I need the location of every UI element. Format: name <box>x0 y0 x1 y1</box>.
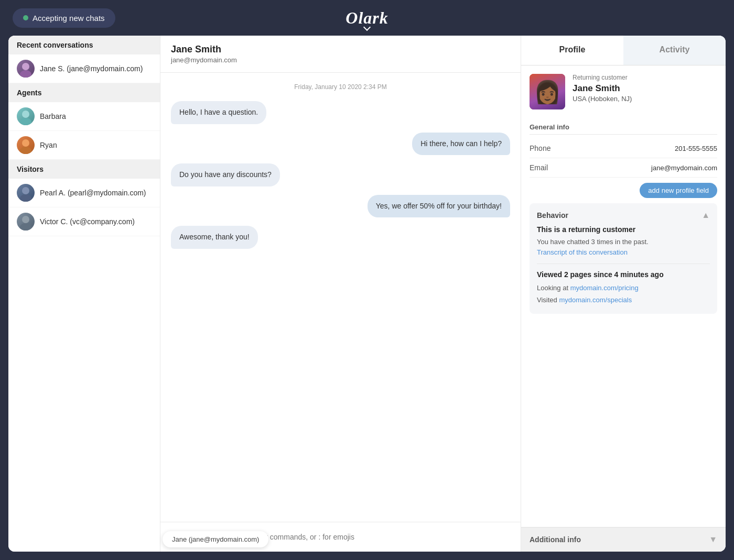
top-bar: Accepting new chats Olark <box>0 0 734 36</box>
svg-point-3 <box>20 118 31 125</box>
phone-value: 201-555-5555 <box>675 145 717 152</box>
looking-at-link[interactable]: mydomain.com/pricing <box>570 284 639 292</box>
visitors-header: Visitors <box>8 160 160 179</box>
profile-content: Returning customer Jane Smith USA (Hobok… <box>521 65 726 527</box>
customer-info: Returning customer Jane Smith USA (Hobok… <box>573 74 717 103</box>
sidebar-item-label: Victor C. (vc@company.com) <box>40 217 135 226</box>
viewed-pages-header: Viewed 2 pages since 4 minutes ago <box>537 270 710 279</box>
sidebar-item-label: Barbara <box>40 112 66 120</box>
sidebar-item-pearl[interactable]: Pearl A. (pearl@mydomain.com) <box>8 179 160 207</box>
customer-header: Returning customer Jane Smith USA (Hobok… <box>530 74 717 109</box>
chevron-down-icon: ▼ <box>709 535 717 544</box>
customer-name: Jane Smith <box>573 83 717 94</box>
general-info-header: General info <box>530 118 717 135</box>
customer-photo-inner <box>530 74 565 109</box>
svg-point-1 <box>20 70 31 78</box>
avatar <box>17 184 35 202</box>
avatar <box>17 60 35 78</box>
customer-location: USA (Hoboken, NJ) <box>573 95 717 103</box>
email-row: Email jane@mydomain.com <box>530 158 717 178</box>
avatar <box>17 107 35 125</box>
recent-conversations-header: Recent conversations <box>8 36 160 54</box>
accepting-new-chats-button[interactable]: Accepting new chats <box>13 8 115 28</box>
sidebar-item-ryan[interactable]: Ryan <box>8 131 160 160</box>
chat-header: Jane Smith jane@mydomain.com <box>160 36 521 73</box>
message-bubble: Hello, I have a question. <box>171 101 266 124</box>
avatar <box>17 213 35 230</box>
accepting-label: Accepting new chats <box>33 14 105 23</box>
message-bubble: Awesome, thank you! <box>171 226 258 249</box>
looking-at-label: Looking at <box>537 284 568 292</box>
email-label: Email <box>530 163 548 172</box>
chat-messages: Friday, January 10 2020 2:34 PM Hello, I… <box>160 73 521 522</box>
behavior-header: Behavior ▲ <box>537 211 710 220</box>
message-bubble: Do you have any discounts? <box>171 163 280 186</box>
phone-row: Phone 201-555-5555 <box>530 139 717 158</box>
profile-tabs: Profile Activity <box>521 36 726 65</box>
sidebar-item-barbara[interactable]: Barbara <box>8 102 160 131</box>
behavior-chat-count: You have chatted 3 times in the past. Tr… <box>537 237 710 257</box>
viewed-pages-text: Looking at mydomain.com/pricing Visited … <box>537 282 710 306</box>
sidebar-item-label: Pearl A. (pearl@mydomain.com) <box>40 189 146 197</box>
sidebar: Recent conversations Jane S. (jane@mydom… <box>8 36 160 552</box>
phone-label: Phone <box>530 144 550 152</box>
svg-point-0 <box>22 63 29 70</box>
behavior-collapse-icon[interactable]: ▲ <box>701 211 710 220</box>
chat-contact-name: Jane Smith <box>171 44 510 55</box>
sidebar-item-label: Ryan <box>40 141 57 149</box>
returning-label: Returning customer <box>573 74 717 81</box>
svg-point-9 <box>20 223 31 230</box>
tab-activity[interactable]: Activity <box>623 36 726 65</box>
svg-point-8 <box>22 216 29 223</box>
sidebar-item-victor[interactable]: Victor C. (vc@company.com) <box>8 207 160 236</box>
message-bubble: Hi there, how can I help? <box>412 133 510 156</box>
chat-contact-email: jane@mydomain.com <box>171 56 510 64</box>
avatar <box>17 136 35 154</box>
agents-header: Agents <box>8 83 160 102</box>
visitor-label: Jane (jane@mydomain.com) <box>163 531 268 547</box>
svg-point-6 <box>22 187 29 194</box>
additional-info-label: Additional info <box>530 535 581 544</box>
sidebar-item-jane[interactable]: Jane S. (jane@mydomain.com) <box>8 54 160 83</box>
transcript-link[interactable]: Transcript of this conversation <box>537 248 628 256</box>
svg-point-5 <box>20 147 31 154</box>
customer-photo <box>530 74 565 109</box>
behavior-section: Behavior ▲ This is a returning customer … <box>530 203 717 314</box>
svg-point-4 <box>22 139 29 147</box>
profile-panel: Profile Activity Returning customer Jane… <box>521 36 726 552</box>
additional-info-bar[interactable]: Additional info ▼ <box>521 527 726 552</box>
add-profile-field-button[interactable]: add new profile field <box>640 183 717 198</box>
svg-point-7 <box>20 194 31 202</box>
message-bubble: Yes, we offer 50% off for your birthday! <box>368 195 510 218</box>
chat-date-divider: Friday, January 10 2020 2:34 PM <box>171 83 510 91</box>
svg-point-2 <box>22 111 29 118</box>
behavior-divider <box>537 263 710 264</box>
email-value: jane@mydomain.com <box>651 164 717 172</box>
behavior-title: This is a returning customer <box>537 225 710 234</box>
main-container: Recent conversations Jane S. (jane@mydom… <box>8 36 726 552</box>
sidebar-item-label: Jane S. (jane@mydomain.com) <box>40 64 143 73</box>
visited-link[interactable]: mydomain.com/specials <box>559 296 632 304</box>
status-dot <box>23 15 28 20</box>
visited-label: Visited <box>537 296 557 304</box>
chat-area: Jane Smith jane@mydomain.com Friday, Jan… <box>160 36 521 552</box>
tab-profile[interactable]: Profile <box>521 36 623 65</box>
olark-logo: Olark <box>346 8 388 28</box>
